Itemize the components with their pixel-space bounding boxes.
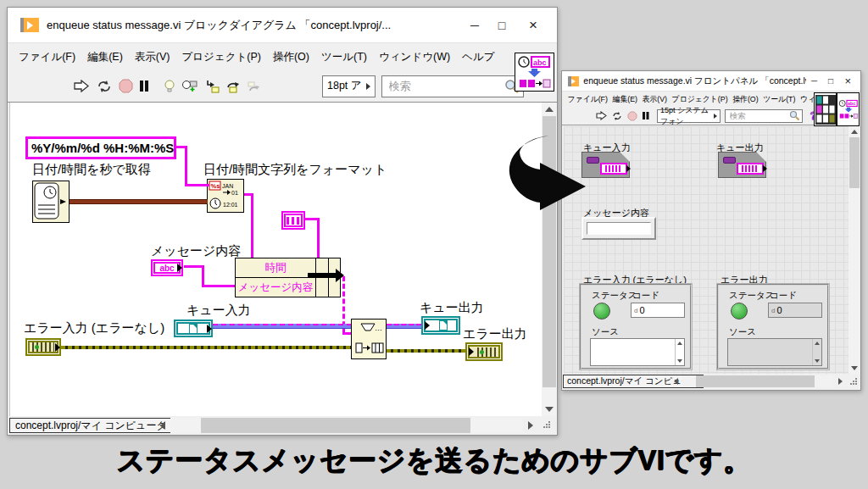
scroll-right-button[interactable]	[835, 375, 845, 387]
step-out-icon[interactable]	[247, 80, 260, 93]
menu-tools[interactable]: ツール(T)	[760, 93, 798, 106]
wire-string-const[interactable]	[185, 146, 187, 186]
highlight-execution-icon[interactable]	[164, 80, 175, 93]
execution-target-tab[interactable]: concept.lvproj/マイ コンピュータ	[9, 418, 173, 433]
menu-file[interactable]: ファイル(F)	[565, 93, 610, 106]
horizontal-scrollbar[interactable]	[170, 418, 523, 433]
scroll-left-button[interactable]	[670, 375, 681, 387]
bundle-field-message[interactable]: メッセージ内容	[235, 277, 316, 297]
maximize-button[interactable]: □	[822, 76, 839, 86]
time-format-string-constant[interactable]: %Y/%m/%d %H:%M:%S	[25, 136, 176, 159]
menu-edit[interactable]: 編集(E)	[610, 93, 640, 106]
scroll-up-button[interactable]	[542, 103, 557, 116]
message-string-terminal[interactable]: abc	[151, 259, 183, 276]
connector-pane-icon[interactable]	[814, 92, 837, 126]
cluster-type-constant[interactable]	[281, 211, 305, 230]
bundle-field-time[interactable]: 時間	[235, 258, 316, 278]
step-into-icon[interactable]	[204, 80, 220, 93]
search-box[interactable]	[381, 75, 524, 97]
error-in-terminal[interactable]	[25, 338, 61, 356]
run-continuous-button[interactable]	[611, 111, 623, 121]
run-button[interactable]	[74, 80, 90, 92]
diagram-canvas[interactable]: %Y/%m/%d %H:%M:%S 日付/時間を秒で取得 日付/時間文字列をフォ…	[9, 103, 542, 416]
source-scrollbar[interactable]	[675, 339, 684, 365]
queue-out-terminal[interactable]	[421, 316, 460, 335]
vertical-scrollbar[interactable]	[849, 126, 860, 374]
vi-icon[interactable]: abc	[837, 92, 860, 126]
menu-tools[interactable]: ツール(T)	[315, 47, 373, 67]
message-string-control[interactable]	[581, 217, 656, 240]
vi-icon[interactable]: abc	[515, 53, 554, 92]
wire-queue-in[interactable]	[213, 324, 352, 329]
menu-view[interactable]: 表示(V)	[640, 93, 670, 106]
wire-string-const[interactable]	[185, 184, 209, 186]
menu-operate[interactable]: 操作(O)	[267, 47, 315, 67]
run-button[interactable]	[596, 111, 607, 120]
scroll-up-button[interactable]	[849, 126, 860, 137]
error-in-cluster[interactable]: ステータス コード d0 ソース	[580, 284, 692, 370]
wire-cluster-type[interactable]	[317, 218, 320, 258]
scroll-right-button[interactable]	[525, 419, 537, 432]
wire-error-out[interactable]	[387, 349, 465, 353]
menu-window[interactable]: ウィンドウ(W)	[373, 47, 456, 67]
bottom-bar: concept.lvproj/マイ コンピュータ	[8, 416, 557, 435]
bundle-output-arrow	[308, 273, 337, 278]
wire-queue-out[interactable]	[387, 324, 421, 329]
resize-grip[interactable]	[543, 421, 552, 430]
error-out-cluster[interactable]: ステータス コード d0 ソース	[717, 284, 829, 370]
source-label: ソース	[729, 326, 756, 338]
status-led[interactable]	[593, 303, 610, 320]
close-button[interactable]: ×	[516, 17, 550, 34]
wire-timestamp[interactable]	[70, 199, 208, 204]
menu-view[interactable]: 表示(V)	[129, 47, 176, 67]
wire-error-in[interactable]	[61, 346, 352, 349]
icon-block[interactable]: abc	[814, 92, 860, 126]
wire-time-string[interactable]	[251, 193, 253, 258]
titlebar[interactable]: enqueue status message.vi ブロックダイアグラム 「co…	[8, 8, 557, 43]
horizontal-scrollbar[interactable]	[682, 375, 833, 387]
format-datetime-node[interactable]: %s JAN 01 12:01	[207, 179, 244, 213]
queue-out-indicator[interactable]	[718, 152, 766, 178]
search-box[interactable]	[725, 109, 803, 123]
titlebar[interactable]: enqueue status message.vi フロントパネル 「conce…	[562, 71, 860, 92]
scroll-down-button[interactable]	[542, 403, 557, 416]
source-field[interactable]	[590, 338, 685, 366]
get-datetime-node[interactable]	[32, 181, 70, 223]
pause-button[interactable]	[139, 80, 149, 92]
scrollbar-thumb[interactable]	[849, 137, 860, 188]
minimize-button[interactable]: ─	[806, 76, 823, 86]
menu-project[interactable]: プロジェクト(P)	[670, 93, 731, 106]
code-field[interactable]: d0	[631, 303, 685, 318]
abort-button[interactable]	[627, 111, 637, 121]
run-continuous-button[interactable]	[96, 80, 113, 93]
menu-project[interactable]: プロジェクト(P)	[175, 47, 266, 67]
step-over-icon[interactable]	[225, 80, 241, 93]
close-button[interactable]: ×	[839, 75, 857, 87]
abort-button[interactable]	[119, 79, 133, 93]
resize-grip[interactable]	[850, 378, 859, 386]
scroll-left-button[interactable]	[157, 419, 169, 432]
toolbar: 18pt ア ?	[8, 70, 557, 103]
scrollbar-thumb[interactable]	[201, 418, 470, 433]
menu-help[interactable]: ヘルプ	[456, 47, 500, 67]
queue-in-terminal[interactable]	[174, 320, 213, 337]
scrollbar-thumb[interactable]	[696, 375, 815, 387]
menu-edit[interactable]: 編集(E)	[81, 47, 129, 67]
retain-wire-values-icon[interactable]	[181, 80, 198, 93]
panel-canvas[interactable]: キュー入力 キュー出力 メッセージ内容 エラー入力 (エラーなし) ステータス …	[564, 126, 849, 374]
pause-button[interactable]	[642, 111, 649, 120]
scroll-down-button[interactable]	[849, 363, 860, 374]
font-selector[interactable]: 18pt ア	[322, 75, 376, 97]
wire-message[interactable]	[202, 285, 236, 287]
minimize-button[interactable]: ─	[462, 19, 487, 32]
maximize-button[interactable]: □	[487, 19, 516, 32]
enqueue-element-node[interactable]: …	[351, 319, 387, 359]
search-icon[interactable]	[789, 110, 800, 121]
search-input[interactable]	[730, 111, 789, 120]
menu-file[interactable]: ファイル(F)	[13, 47, 81, 67]
menu-operate[interactable]: 操作(O)	[730, 93, 760, 106]
search-input[interactable]	[389, 80, 504, 92]
source-scrollbar[interactable]	[812, 339, 821, 365]
error-out-terminal[interactable]	[465, 342, 503, 361]
font-selector[interactable]: 15pt システムフォン	[657, 109, 721, 123]
